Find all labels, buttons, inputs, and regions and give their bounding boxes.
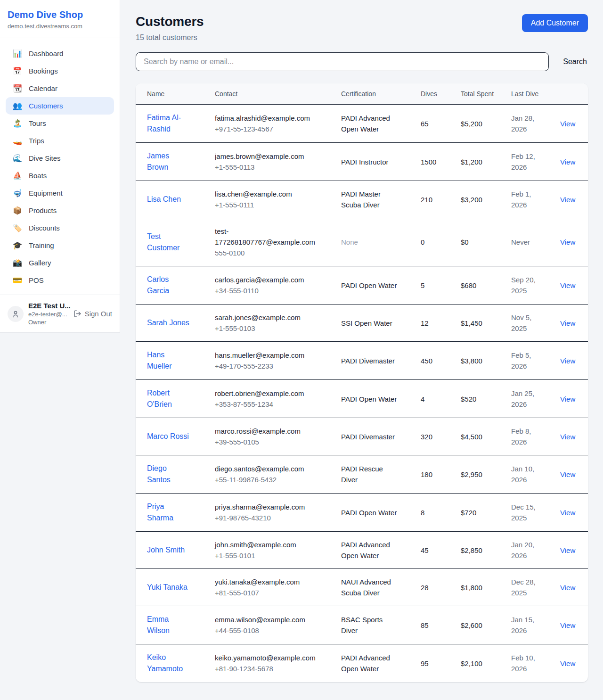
table-row: Robert O'Brien robert.obrien@example.com…	[136, 380, 588, 418]
customer-email: hans.mueller@example.com	[215, 350, 320, 361]
customer-name-link[interactable]: Emma Wilson	[147, 615, 170, 634]
tear-off-calendar-icon: 📆	[12, 85, 23, 92]
customer-certification: NAUI Advanced Scuba Diver	[341, 569, 421, 606]
user-email: e2e-tester@...	[28, 311, 69, 318]
sidebar-item-label: Discounts	[29, 224, 60, 232]
customer-last-dive: Feb 5, 2026	[511, 342, 560, 380]
customer-last-dive: Sep 20, 2025	[511, 266, 560, 305]
view-customer-link[interactable]: View	[560, 357, 575, 365]
customer-name-link[interactable]: Diego Santos	[147, 464, 171, 484]
table-row: Priya Sharma priya.sharma@example.com +9…	[136, 494, 588, 532]
customer-total-spent: $0	[461, 218, 511, 266]
customer-phone: +91-98765-43210	[215, 512, 320, 523]
customer-dives: 210	[421, 181, 461, 218]
view-customer-link[interactable]: View	[560, 621, 575, 629]
table-row: John Smith john.smith@example.com +1-555…	[136, 532, 588, 569]
user-name: E2E Test U...	[28, 302, 69, 310]
sidebar-item-label: Products	[29, 206, 57, 214]
customers-table-body: Fatima Al-Rashid fatima.alrashid@example…	[136, 105, 588, 683]
sidebar-item-tours[interactable]: 🏝️ Tours	[6, 115, 114, 132]
diving-mask-icon: 🤿	[12, 189, 23, 197]
customer-last-dive: Jan 15, 2026	[511, 606, 560, 644]
view-customer-link[interactable]: View	[560, 158, 575, 166]
user-box: E2E Test U... e2e-tester@... Owner Sign …	[0, 295, 120, 332]
customer-name-link[interactable]: Sarah Jones	[147, 319, 189, 327]
add-customer-button[interactable]: Add Customer	[522, 14, 588, 32]
sign-out-icon	[73, 310, 81, 318]
view-customer-link[interactable]: View	[560, 319, 575, 327]
customer-certification: PADI Master Scuba Diver	[341, 181, 421, 218]
sidebar-item-training[interactable]: 🎓 Training	[6, 237, 114, 254]
sidebar-item-calendar[interactable]: 📆 Calendar	[6, 80, 114, 97]
view-customer-link[interactable]: View	[560, 281, 575, 289]
customer-name-link[interactable]: Keiko Yamamoto	[147, 653, 183, 673]
customer-total-spent: $3,200	[461, 181, 511, 218]
sign-out-button[interactable]: Sign Out	[73, 310, 112, 318]
customer-name-link[interactable]: Marco Rossi	[147, 432, 189, 440]
sidebar-item-bookings[interactable]: 📅 Bookings	[6, 62, 114, 80]
sidebar-item-products[interactable]: 📦 Products	[6, 202, 114, 219]
sidebar-item-pos[interactable]: 💳 POS	[6, 272, 114, 289]
customer-name-link[interactable]: Carlos Garcia	[147, 275, 169, 295]
view-customer-link[interactable]: View	[560, 395, 575, 403]
sidebar-item-equipment[interactable]: 🤿 Equipment	[6, 184, 114, 202]
customer-email: john.smith@example.com	[215, 539, 320, 550]
customer-last-dive: Jan 28, 2026	[511, 105, 560, 143]
view-customer-link[interactable]: View	[560, 584, 575, 592]
view-customer-link[interactable]: View	[560, 120, 575, 128]
sidebar-item-dive-sites[interactable]: 🌊 Dive Sites	[6, 149, 114, 167]
sidebar-item-boats[interactable]: ⛵ Boats	[6, 167, 114, 184]
customer-name-link[interactable]: Lisa Chen	[147, 195, 181, 203]
sidebar-item-dashboard[interactable]: 📊 Dashboard	[6, 45, 114, 62]
search-input[interactable]	[136, 52, 549, 71]
view-customer-link[interactable]: View	[560, 433, 575, 441]
view-customer-link[interactable]: View	[560, 509, 575, 517]
customer-name-link[interactable]: John Smith	[147, 546, 185, 554]
customers-table: Name Contact Certification Dives Total S…	[136, 83, 588, 682]
customer-phone: +39-555-0105	[215, 436, 320, 447]
customer-total-spent: $5,200	[461, 105, 511, 143]
view-customer-link[interactable]: View	[560, 238, 575, 246]
customer-dives: 8	[421, 494, 461, 532]
view-customer-link[interactable]: View	[560, 546, 575, 554]
view-customer-link[interactable]: View	[560, 196, 575, 204]
customer-last-dive: Dec 15, 2025	[511, 494, 560, 532]
customer-phone: +971-55-123-4567	[215, 124, 320, 134]
customer-total-spent: $1,200	[461, 143, 511, 181]
table-row: Lisa Chen lisa.chen@example.com +1-555-0…	[136, 181, 588, 218]
sidebar-item-trips[interactable]: 🚤 Trips	[6, 132, 114, 149]
speedboat-icon: 🚤	[12, 137, 23, 145]
customer-name-link[interactable]: Robert O'Brien	[147, 389, 172, 408]
customer-dives: 450	[421, 342, 461, 380]
sidebar-item-label: Dashboard	[29, 49, 63, 58]
customer-email: fatima.alrashid@example.com	[215, 113, 320, 124]
customer-certification: PADI Instructor	[341, 143, 421, 181]
customer-name-link[interactable]: Fatima Al-Rashid	[147, 114, 181, 133]
customer-total-spent: $1,800	[461, 569, 511, 606]
search-button[interactable]: Search	[562, 56, 588, 68]
view-customer-link[interactable]: View	[560, 659, 575, 667]
customer-last-dive: Nov 5, 2025	[511, 305, 560, 342]
customer-email: test-1772681807767@example.com	[215, 226, 320, 247]
customer-email: priya.sharma@example.com	[215, 502, 320, 512]
sidebar-item-gallery[interactable]: 📸 Gallery	[6, 254, 114, 272]
customer-last-dive: Dec 28, 2025	[511, 569, 560, 606]
customer-name-link[interactable]: Priya Sharma	[147, 502, 173, 522]
customer-name-link[interactable]: Test Customer	[147, 232, 179, 252]
sidebar-item-discounts[interactable]: 🏷️ Discounts	[6, 219, 114, 237]
customer-dives: 4	[421, 380, 461, 418]
sidebar-item-label: Trips	[29, 137, 44, 145]
customer-last-dive: Feb 12, 2026	[511, 143, 560, 181]
customer-certification: PADI Rescue Diver	[341, 455, 421, 494]
customer-name-link[interactable]: Yuki Tanaka	[147, 583, 187, 591]
customer-certification: PADI Open Water	[341, 380, 421, 418]
search-row: Search	[136, 52, 588, 71]
view-customer-link[interactable]: View	[560, 470, 575, 478]
graduation-cap-icon: 🎓	[12, 242, 23, 249]
customer-name-link[interactable]: Hans Mueller	[147, 351, 171, 370]
customer-total-spent: $2,600	[461, 606, 511, 644]
customer-name-link[interactable]: James Brown	[147, 152, 169, 171]
sidebar-item-customers[interactable]: 👥 Customers	[6, 97, 114, 115]
table-row: Carlos Garcia carlos.garcia@example.com …	[136, 266, 588, 305]
calendar-icon: 📅	[12, 67, 23, 75]
